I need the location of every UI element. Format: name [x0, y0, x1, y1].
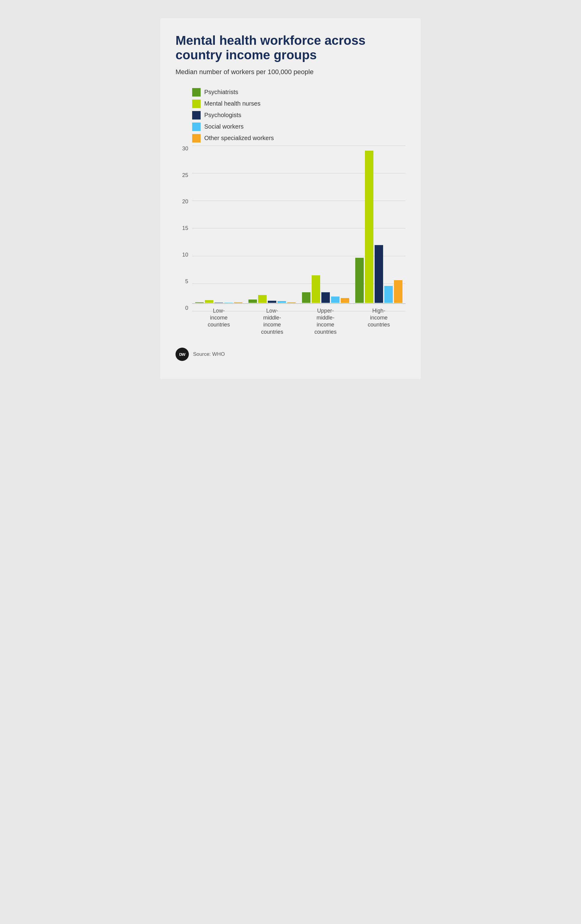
- bar-group: [192, 145, 246, 303]
- legend-label: Mental health nurses: [204, 100, 261, 107]
- bar: [268, 301, 276, 303]
- chart-subtitle: Median number of workers per 100,000 peo…: [175, 68, 406, 76]
- y-axis-label: 20: [175, 198, 191, 205]
- x-axis-label: Low- income countries: [192, 307, 246, 336]
- legend-item: Mental health nurses: [192, 99, 406, 108]
- bar: [224, 302, 233, 303]
- chart-card: Mental health workforce across country i…: [160, 18, 421, 379]
- legend-label: Psychiatrists: [204, 89, 238, 96]
- legend-color-box: [192, 88, 201, 97]
- legend-color-box: [192, 122, 201, 131]
- legend-label: Social workers: [204, 123, 244, 130]
- bar: [384, 286, 393, 302]
- bar: [195, 302, 204, 303]
- bar: [287, 302, 295, 303]
- bar: [365, 151, 373, 303]
- legend-label: Psychologists: [204, 112, 241, 119]
- bar: [277, 301, 286, 302]
- legend: Psychiatrists Mental health nurses Psych…: [192, 88, 406, 142]
- y-axis-label: 25: [175, 172, 191, 178]
- bottom-line: [192, 304, 406, 304]
- y-axis-label: 0: [175, 305, 191, 311]
- dw-logo: DW: [175, 348, 189, 361]
- legend-label: Other specialized workers: [204, 135, 274, 142]
- bar: [394, 280, 403, 303]
- x-axis-label: Low- middle- income countries: [246, 307, 299, 336]
- bar: [375, 245, 383, 303]
- legend-item: Social workers: [192, 122, 406, 131]
- legend-color-box: [192, 99, 201, 108]
- source-text: Source: WHO: [193, 351, 225, 357]
- legend-item: Psychiatrists: [192, 88, 406, 97]
- bar: [341, 298, 349, 303]
- x-axis-label: High- income countries: [352, 307, 406, 336]
- bar-group: [352, 145, 406, 303]
- bar: [302, 292, 310, 303]
- y-axis-label: 10: [175, 252, 191, 258]
- x-axis-label: Upper- middle- income countries: [299, 307, 352, 336]
- y-axis-label: 30: [175, 145, 191, 152]
- bar: [331, 297, 340, 303]
- legend-item: Other specialized workers: [192, 134, 406, 142]
- y-axis: 051015202530: [175, 145, 191, 312]
- bar: [205, 300, 213, 303]
- legend-color-box: [192, 134, 201, 142]
- bar: [215, 302, 223, 303]
- bar: [234, 302, 243, 303]
- source-row: DW Source: WHO: [175, 348, 406, 361]
- legend-color-box: [192, 111, 201, 119]
- y-axis-label: 15: [175, 225, 191, 231]
- chart-title: Mental health workforce across country i…: [175, 33, 406, 63]
- bar: [312, 276, 320, 302]
- chart-area: 051015202530 Low- income countriesLow- m…: [175, 145, 406, 336]
- chart-inner: Low- income countriesLow- middle- income…: [192, 145, 406, 336]
- y-axis-label: 5: [175, 278, 191, 285]
- bar: [321, 292, 330, 303]
- bar: [355, 258, 364, 303]
- x-labels: Low- income countriesLow- middle- income…: [192, 307, 406, 336]
- bar: [258, 295, 267, 303]
- legend-item: Psychologists: [192, 111, 406, 119]
- bar: [248, 300, 257, 302]
- bar-group: [246, 145, 299, 303]
- bar-group: [299, 145, 352, 303]
- bars-container: [192, 145, 406, 303]
